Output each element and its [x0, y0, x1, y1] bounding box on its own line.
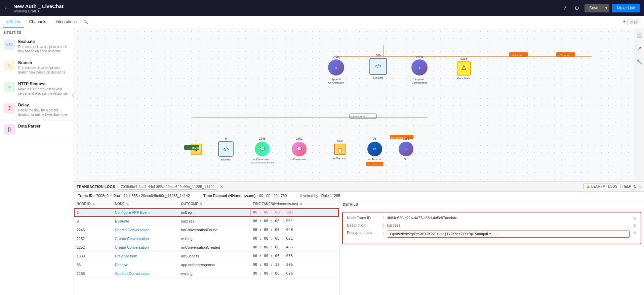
sidebar-item-dataparser[interactable]: {} Data Parser — [0, 120, 74, 138]
sidebar-dataparser-title: Data Parser — [18, 124, 70, 129]
settings-icon[interactable]: 🔧 — [635, 58, 644, 66]
table-row[interactable]: 2256Append Conversationwaiting00 : 00 : … — [74, 269, 339, 278]
cell-node-name[interactable]: Append Conversation — [112, 269, 178, 278]
copy-description-button[interactable]: ⧉ — [634, 223, 637, 228]
cell-node-name[interactable]: Pre-chat form — [112, 252, 178, 260]
table-row[interactable]: 2252Create Conversationwaiting00 : 00 : … — [74, 234, 339, 243]
search-icon[interactable]: 🔍 — [82, 18, 90, 26]
settings-icon[interactable]: ⚙ — [572, 4, 582, 13]
svg-text:9: 9 — [225, 137, 227, 140]
table-row[interactable]: 2245Search ConversationnoConversationFou… — [74, 226, 339, 234]
svg-text:Append: Append — [415, 78, 424, 81]
sidebar-item-delay[interactable]: ⏱ Delay Pause the flow for a preset dura… — [0, 99, 74, 120]
invoked-by-info: Invoked by : Rule 11285 — [300, 194, 340, 198]
cell-time-taken: 00 : 00 : 19 . 305 — [250, 260, 338, 269]
log-details-panel: DETAILS Node Trans ID : 4b84e620-d214-4a… — [339, 200, 644, 295]
node-2256: 2256 ⊕ G... — [399, 137, 413, 161]
node-1333: 1333 📋 onSuccess — [333, 139, 346, 160]
cell-outcome: waiting — [178, 234, 250, 243]
details-description-label: Description — [347, 223, 380, 227]
refresh-button[interactable]: ↻ — [633, 184, 637, 189]
main-label: main — [627, 19, 641, 25]
svg-text:300: 300 — [375, 54, 380, 57]
svg-text:💬: 💬 — [260, 146, 265, 151]
col-node[interactable]: NODE ⇅ — [112, 200, 178, 208]
copy-encrypted-button[interactable]: ⧉ — [634, 231, 637, 235]
cell-node-id: 2245 — [74, 226, 112, 234]
table-row[interactable]: 2Configure APP EventonBegin00 : 00 : 00 … — [74, 208, 339, 217]
cell-outcome: onConversationCreated — [178, 243, 250, 252]
svg-text:on_timeout: on_timeout — [368, 163, 381, 166]
svg-text:onSuccess: onSuccess — [333, 157, 346, 160]
sidebar-item-branch[interactable]: ⑂ Branch Run custom Java script and bran… — [0, 57, 74, 78]
draft-status[interactable]: Working Draft ▼ — [13, 9, 64, 13]
tab-utilities[interactable]: Utilities — [3, 17, 24, 28]
cell-outcome: noConversationFound — [178, 226, 250, 234]
copy-node-trans-id-button[interactable]: ⧉ — [634, 216, 637, 220]
branch-icon: ⑂ — [4, 60, 15, 71]
log-tab[interactable]: 7005d9e4-2aa1-44cf-855a-20ecc649e99e_112… — [118, 184, 217, 190]
log-table-area: NODE ID ⇅ NODE ⇅ OUTCOME ⇅ TIME TAKEN(HH… — [74, 200, 644, 295]
top-bar: ← New Auth _ LiveChat Working Draft ▼ ? … — [0, 0, 644, 16]
svg-text:⊕: ⊕ — [418, 66, 421, 69]
tab-integrations[interactable]: Integrations — [51, 17, 81, 28]
log-close-button[interactable]: × — [639, 184, 641, 189]
col-time-taken[interactable]: TIME TAKEN(HH:mm:ss.ms) ⇅ — [250, 200, 338, 208]
cell-node-name[interactable]: Search Conversation — [112, 226, 178, 234]
layers-icon[interactable]: ⬜ — [635, 31, 644, 39]
help-button[interactable]: HELP — [622, 185, 631, 188]
table-row[interactable]: 1333Pre-chat formonSuccess00 : 00 : 00 .… — [74, 252, 339, 260]
log-table: NODE ID ⇅ NODE ⇅ OUTCOME ⇅ TIME TAKEN(HH… — [74, 200, 339, 278]
cell-time-taken: 00 : 00 : 00 . 465 — [250, 243, 338, 252]
col-node-id[interactable]: NODE ID ⇅ — [74, 200, 112, 208]
tab-channels[interactable]: Channels — [25, 17, 50, 28]
svg-text:Error Node: Error Node — [457, 77, 471, 80]
save-button[interactable]: Save — [585, 4, 603, 12]
cell-node-name[interactable]: Evaluate — [112, 217, 178, 226]
svg-text:Append: Append — [331, 78, 341, 81]
svg-text:onTimeout: onTimeout — [557, 54, 570, 57]
sidebar-item-http[interactable]: ≡ HTTP Request Make a HTTP request to yo… — [0, 78, 74, 99]
svg-text:2256: 2256 — [403, 137, 409, 140]
table-row[interactable]: 38Receiveapp.onformresponse00 : 00 : 19 … — [74, 260, 339, 269]
svg-text:⊕: ⊕ — [335, 66, 337, 69]
cell-node-id: 38 — [74, 260, 112, 269]
svg-text:Evaluate: Evaluate — [373, 76, 384, 79]
sidebar-http-desc: Make a HTTP request to your server and p… — [18, 87, 70, 96]
cell-outcome: onSuccess — [178, 252, 250, 260]
help-icon[interactable]: ? — [561, 4, 569, 12]
cell-node-id: 9 — [74, 217, 112, 226]
cell-time-taken: 00 : 00 : 00 . 001 — [250, 217, 338, 226]
save-dropdown-button[interactable]: ▾ — [603, 4, 609, 12]
svg-text:onConversati...: onConversati... — [290, 158, 308, 161]
cell-node-name[interactable]: Configure APP Event — [112, 208, 178, 217]
cell-node-id: 2256 — [74, 269, 112, 278]
share-icon[interactable]: ↗ — [636, 44, 643, 52]
svg-text:G...: G... — [404, 158, 408, 161]
col-outcome[interactable]: OUTCOME ⇅ — [178, 200, 250, 208]
cell-node-id: 2252 — [74, 234, 112, 243]
details-node-trans-id-label: Node Trans ID — [347, 216, 380, 220]
back-button[interactable]: ← — [4, 5, 9, 11]
sidebar-item-evaluate[interactable]: </> Evaluate Run custom java script to b… — [0, 36, 74, 57]
cell-time-taken: 00 : 00 : 00 . 021 — [250, 234, 338, 243]
decrypt-logs-button[interactable]: 🔒 DECRYPT LOGS — [583, 184, 620, 189]
cell-outcome: waiting — [178, 269, 250, 278]
svg-text:conversation_...: conversation_... — [350, 115, 369, 118]
table-row[interactable]: 9Evaluatesuccess00 : 00 : 00 . 001 — [74, 217, 339, 226]
add-icon[interactable]: + — [622, 18, 626, 26]
log-tab-close-icon[interactable]: × — [220, 184, 223, 189]
cell-node-name[interactable]: Create Conversation — [112, 234, 178, 243]
node-2252: 2252 💬 onConversati... — [290, 137, 308, 161]
svg-text:success: success — [221, 158, 231, 161]
cell-outcome: app.onformresponse — [178, 260, 250, 269]
sidebar-delay-desc: Pause the flow for a preset duration or … — [18, 108, 70, 117]
cell-node-name[interactable]: Receive — [112, 260, 178, 269]
make-live-button[interactable]: Make Live — [612, 4, 640, 12]
cell-node-name[interactable]: Create Conversation — [112, 243, 178, 252]
svg-text:📋: 📋 — [337, 147, 343, 152]
table-row[interactable]: 2252Create ConversationonConversationCre… — [74, 243, 339, 252]
details-encrypted-label: Encrypted data — [347, 231, 380, 235]
svg-text:2250: 2250 — [416, 55, 423, 59]
app-title: New Auth _ LiveChat — [13, 3, 64, 9]
